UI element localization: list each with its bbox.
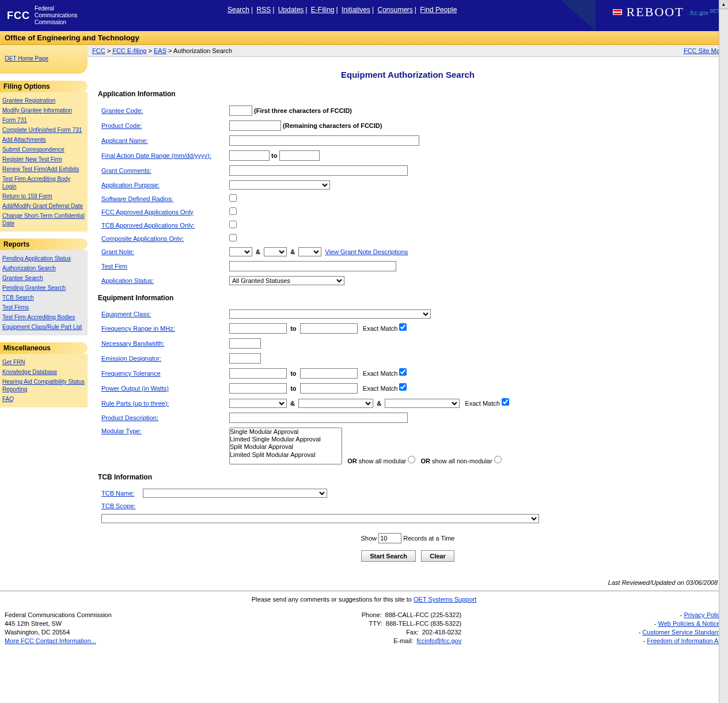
test-firm-input[interactable] — [229, 261, 396, 271]
filing-item[interactable]: Complete Unfinished Form 731 — [2, 125, 85, 135]
reports-item[interactable]: TCB Search — [2, 293, 85, 303]
freq-tol-from-input[interactable] — [229, 368, 287, 379]
filing-item[interactable]: Add Attachments — [2, 135, 85, 145]
freq-tol-exact-checkbox[interactable] — [399, 368, 407, 376]
rule-part-1-select[interactable] — [229, 399, 287, 408]
reports-item[interactable]: Test Firms — [2, 303, 85, 312]
filing-item[interactable]: Form 731 — [2, 115, 85, 125]
grant-note-3-select[interactable] — [298, 247, 321, 256]
more-contact-link[interactable]: More FCC Contact Information... — [5, 637, 96, 644]
reports-item[interactable]: Pending Grantee Search — [2, 283, 85, 293]
misc-item[interactable]: FAQ — [2, 394, 85, 404]
tcb-name-select[interactable] — [143, 489, 327, 498]
power-exact-checkbox[interactable] — [399, 383, 407, 391]
fcc-logo[interactable]: FCC Federal Communications Commission — [0, 2, 84, 29]
filing-item[interactable]: Modify Grantee Information — [2, 105, 85, 115]
product-code-input[interactable] — [229, 120, 281, 131]
web-policies-link[interactable]: Web Policies & Notices — [658, 620, 723, 627]
foia-link[interactable]: Freedom of Information Act — [647, 637, 723, 644]
reports-item[interactable]: Equipment Class/Rule Part List — [2, 322, 85, 332]
crumb-link[interactable]: FCC E-filing — [112, 47, 146, 54]
lbl-final-action[interactable]: Final Action Date Range (mm/dd/yyyy): — [101, 152, 211, 159]
lbl-prod-desc[interactable]: Product Description: — [101, 414, 158, 421]
freq-to-input[interactable] — [300, 323, 358, 334]
all-modular-radio[interactable] — [408, 456, 415, 463]
date-from-input[interactable] — [229, 150, 270, 161]
lbl-freq-tol[interactable]: Frequency Tolerance — [101, 370, 161, 377]
lbl-grant-note[interactable]: Grant Note: — [101, 248, 134, 255]
nav-consumers[interactable]: Consumers — [377, 6, 412, 14]
filing-item[interactable]: Renew Test Firm/Add Exhibits — [2, 164, 85, 174]
lbl-applicant-name[interactable]: Applicant Name: — [101, 137, 148, 144]
lbl-fcc-approved[interactable]: FCC Approved Applications Only — [101, 209, 194, 216]
all-nonmodular-radio[interactable] — [494, 456, 502, 463]
grant-note-2-select[interactable] — [264, 247, 287, 256]
fcc-approved-checkbox[interactable] — [229, 207, 237, 215]
css-link[interactable]: Customer Service Standards — [642, 629, 723, 636]
nav-search[interactable]: Search — [227, 6, 249, 14]
misc-item[interactable]: Get FRN — [2, 357, 85, 367]
lbl-test-firm[interactable]: Test Firm — [101, 263, 127, 270]
lbl-product-code[interactable]: Product Code: — [101, 122, 142, 129]
email-link[interactable]: fccinfo@fcc.gov — [416, 637, 461, 645]
view-grant-notes-link[interactable]: View Grant Note Descriptions — [325, 248, 408, 255]
freq-from-input[interactable] — [229, 323, 287, 334]
filing-item[interactable]: Submit Correspondence — [2, 145, 85, 154]
filing-item[interactable]: Return to 159 Form — [2, 191, 85, 201]
lbl-freq-range[interactable]: Frequency Range in MHz: — [101, 325, 175, 332]
scroll-up-icon[interactable]: ▴ — [719, 0, 728, 9]
filing-item[interactable]: Test Firm Accrediting Body Login — [2, 174, 85, 191]
lbl-power-out[interactable]: Power Output (in Watts) — [101, 385, 169, 392]
grant-comments-input[interactable] — [229, 165, 408, 176]
lbl-nec-bw[interactable]: Necessary Bandwidth: — [101, 340, 164, 347]
tcb-scope-select[interactable] — [101, 514, 539, 523]
crumb-link[interactable]: EAS — [154, 47, 166, 54]
lbl-sdr[interactable]: Software Defined Radios: — [101, 195, 173, 202]
lbl-eq-class[interactable]: Equipment Class: — [101, 311, 151, 318]
oet-home-link[interactable]: OET Home Page — [5, 54, 83, 63]
app-purpose-select[interactable] — [229, 180, 330, 190]
prod-desc-input[interactable] — [229, 413, 408, 423]
nav-rss[interactable]: RSS — [257, 6, 271, 14]
sdr-checkbox[interactable] — [229, 194, 237, 202]
oet-support-link[interactable]: OET Systems Support — [414, 596, 476, 603]
privacy-link[interactable]: Privacy Policy — [684, 611, 723, 618]
app-status-select[interactable]: All Granted Statuses — [229, 276, 344, 285]
reports-item[interactable]: Authorization Search — [2, 263, 85, 273]
filing-item[interactable]: Change Short-Term Confidential Date — [2, 211, 85, 228]
freq-exact-checkbox[interactable] — [399, 323, 407, 331]
nav-find-people[interactable]: Find People — [420, 6, 457, 14]
rule-part-2-select[interactable] — [298, 399, 373, 408]
emission-input[interactable] — [229, 353, 261, 364]
lbl-rule-parts[interactable]: Rule Parts (up to three): — [101, 400, 169, 407]
reports-item[interactable]: Grantee Search — [2, 273, 85, 283]
clear-button[interactable]: Clear — [421, 550, 454, 562]
lbl-app-purpose[interactable]: Application Purpose: — [101, 182, 160, 188]
start-search-button[interactable]: Start Search — [361, 550, 416, 562]
filing-item[interactable]: Register New Test Firm — [2, 154, 85, 164]
power-to-input[interactable] — [300, 383, 358, 394]
rule-part-3-select[interactable] — [385, 399, 460, 408]
reports-item[interactable]: Pending Application Status — [2, 254, 85, 263]
eq-class-select[interactable] — [229, 309, 431, 319]
lbl-grant-comments[interactable]: Grant Comments: — [101, 167, 151, 174]
lbl-tcb-scope[interactable]: TCB Scope: — [101, 502, 135, 509]
composite-checkbox[interactable] — [229, 234, 237, 241]
sitemap-link[interactable]: FCC Site Map — [684, 47, 723, 54]
lbl-tcb-approved[interactable]: TCB Approved Applications Only: — [101, 222, 195, 229]
crumb-link[interactable]: FCC — [92, 47, 105, 54]
lbl-tcb-name[interactable]: TCB Name: — [101, 490, 134, 497]
nec-bw-input[interactable] — [229, 338, 261, 349]
misc-item[interactable]: Hearing Aid Compatibility Status Reporti… — [2, 377, 85, 394]
scrollbar[interactable]: ▴ — [719, 0, 728, 655]
tcb-approved-checkbox[interactable] — [229, 221, 237, 228]
reboot-badge[interactable]: REBOOT .fcc.gov BETA — [613, 5, 722, 20]
date-to-input[interactable] — [279, 150, 320, 161]
nav-initiatives[interactable]: Initiatives — [342, 6, 370, 14]
records-input[interactable] — [378, 533, 401, 543]
filing-item[interactable]: Add/Modify Grant Deferral Date — [2, 201, 85, 211]
freq-tol-to-input[interactable] — [300, 368, 358, 379]
lbl-emission[interactable]: Emission Designator: — [101, 355, 161, 362]
reports-item[interactable]: Test Firm Accrediting Bodies — [2, 312, 85, 322]
grant-note-1-select[interactable] — [229, 247, 252, 256]
